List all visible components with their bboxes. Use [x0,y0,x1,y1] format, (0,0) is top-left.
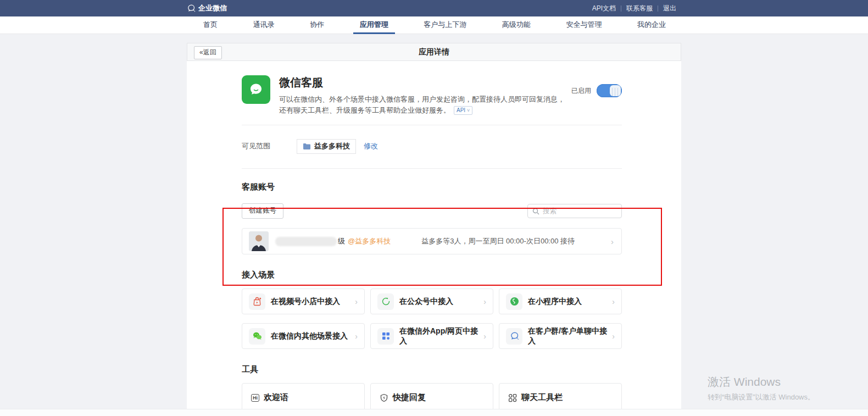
search-box[interactable] [527,204,622,218]
watermark-line2: 转到“电脑设置”以激活 Windows。 [708,392,815,402]
nav-contacts[interactable]: 通讯录 [252,16,276,34]
account-info: 益多多等3人，周一至周日 00:00-次日00:00 接待 [421,236,575,246]
scene-label: 在微信内其他场景接入 [271,331,348,341]
page-title: 应用详情 [419,47,449,57]
scene-card-channels-shop[interactable]: 在视频号小店中接入 [242,289,365,314]
windows-activation-watermark: 激活 Windows 转到“电脑设置”以激活 Windows。 [708,374,815,402]
topbar-links: API文档 联系客服 退出 [587,4,681,13]
org-mention: @益多多科技 [348,236,391,246]
scene-label: 在小程序中接入 [528,297,582,307]
chevron-right-icon [612,332,615,340]
nav-advanced[interactable]: 高级功能 [501,16,532,34]
customer-chat-icon [506,328,522,345]
official-account-icon [377,293,394,310]
account-toolbar: 创建账号 [242,203,622,219]
bottom-strip [0,409,868,416]
org-chip: 益多多科技 [297,139,356,154]
nav-collaboration[interactable]: 协作 [309,16,325,34]
scene-label: 在客户群/客户单聊中接入 [528,326,612,346]
app-description: 可以在微信内、外各个场景中接入微信客服，用户发起咨询，配置接待人员即可回复消息，… [279,94,571,116]
chevron-right-icon [611,237,614,246]
chevron-right-icon [483,298,486,306]
divider [242,168,622,169]
logout-link[interactable]: 退出 [658,4,681,13]
account-section-title: 客服账号 [242,182,622,192]
tool-title: 欢迎语 [264,392,288,403]
account-name: 级 @益多多科技 [275,236,391,246]
scene-label: 在公众号中接入 [399,297,453,307]
mini-program-icon [506,293,522,310]
account-name-suffix: 级 [338,236,345,246]
enable-toggle[interactable] [597,84,622,97]
enabled-status-label: 已启用 [571,84,591,97]
scene-card-official-account[interactable]: 在公众号中接入 [370,289,493,314]
chevron-down-icon: ˅ [467,108,470,113]
tool-title: 聊天工具栏 [521,392,563,403]
chevron-right-icon [483,332,486,340]
org-name: 益多多科技 [314,141,350,151]
folder-icon [303,143,311,150]
scene-card-mini-program[interactable]: 在小程序中接入 [499,289,622,314]
wechat-icon [249,328,265,345]
app-meta: 微信客服 可以在微信内、外各个场景中接入微信客服，用户发起咨询，配置接待人员即可… [279,75,571,116]
scene-label: 在微信外App/网页中接入 [399,326,483,346]
divider [242,125,622,125]
tool-title: 快捷回复 [393,392,426,403]
scene-section-title: 接入场景 [242,270,622,280]
nav-app-management[interactable]: 应用管理 [359,16,390,34]
scene-card-external-app[interactable]: 在微信外App/网页中接入 [370,323,493,349]
scene-grid: 在视频号小店中接入 在公众号中接入 在小程序中接入 [242,289,622,349]
search-icon [532,208,539,215]
tools-section-title: 工具 [242,364,622,375]
back-button[interactable]: «返回 [194,46,222,59]
avatar [249,231,269,251]
wechat-customer-service-app-icon [242,75,270,104]
brand-label: 企业微信 [198,3,227,13]
scene-label: 在视频号小店中接入 [271,297,340,307]
panel-body: 微信客服 可以在微信内、外各个场景中接入微信客服，用户发起咨询，配置接待人员即可… [187,61,681,416]
app-description-text: 可以在微信内、外各个场景中接入微信客服，用户发起咨询，配置接待人员即可回复消息，… [279,95,565,114]
channels-shop-icon [249,293,265,310]
chevron-right-icon [355,298,358,306]
api-chip-label: API [457,107,465,113]
api-docs-link[interactable]: API文档 [587,4,621,13]
toggle-knob [610,85,621,96]
create-account-button[interactable]: 创建账号 [242,203,283,219]
watermark-line1: 激活 Windows [708,374,815,390]
redacted-name-blur [275,237,337,246]
wework-logo-icon [187,4,196,13]
nav-security[interactable]: 安全与管理 [565,16,603,34]
app-detail-panel: «返回 应用详情 微信客服 可以在微信内、外各个场景中接入微信客服，用户发起咨询… [187,43,681,416]
visible-range-label: 可见范围 [242,141,297,151]
edit-range-link[interactable]: 修改 [364,141,378,151]
scene-card-customer-chat[interactable]: 在客户群/客户单聊中接入 [499,323,622,349]
search-input[interactable] [543,207,617,215]
app-grid-icon [377,328,394,345]
chevron-right-icon [355,332,358,340]
account-row[interactable]: 级 @益多多科技 益多多等3人，周一至周日 00:00-次日00:00 接待 [242,228,622,254]
panel-header: «返回 应用详情 [187,43,681,61]
visible-range-row: 可见范围 益多多科技 修改 [242,138,622,154]
app-state: 已启用 [571,75,622,116]
quick-reply-icon [380,393,388,402]
chevron-right-icon [612,298,615,306]
welcome-hi-icon: Hi [251,394,259,402]
chat-toolbar-icon [508,393,517,402]
nav-home[interactable]: 首页 [202,16,219,34]
contact-support-link[interactable]: 联系客服 [621,4,658,13]
brand: 企业微信 [187,3,227,13]
api-dropdown-chip[interactable]: API ˅ [454,106,472,115]
nav-my-company[interactable]: 我的企业 [636,16,667,34]
main-nav: 首页 通讯录 协作 应用管理 客户与上下游 高级功能 安全与管理 我的企业 [0,16,868,34]
scene-card-wechat-other[interactable]: 在微信内其他场景接入 [242,323,365,349]
topbar: 企业微信 API文档 联系客服 退出 [0,0,868,16]
app-name: 微信客服 [279,75,571,90]
nav-customers[interactable]: 客户与上下游 [422,16,468,34]
app-header: 微信客服 可以在微信内、外各个场景中接入微信客服，用户发起咨询，配置接待人员即可… [242,75,622,116]
